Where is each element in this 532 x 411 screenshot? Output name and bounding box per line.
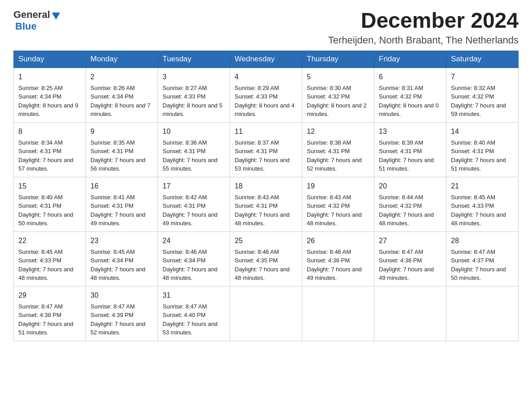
calendar-day-24: 24Sunrise: 8:46 AMSunset: 4:34 PMDayligh… <box>158 231 230 286</box>
calendar-day-4: 4Sunrise: 8:29 AMSunset: 4:33 PMDaylight… <box>230 68 302 123</box>
calendar-day-1: 1Sunrise: 8:25 AMSunset: 4:34 PMDaylight… <box>14 68 86 123</box>
header-wednesday: Wednesday <box>230 51 302 68</box>
page-header: General Blue December 2024 Terheijden, N… <box>13 9 519 46</box>
calendar-day-23: 23Sunrise: 8:45 AMSunset: 4:34 PMDayligh… <box>86 231 158 286</box>
header-thursday: Thursday <box>302 51 374 68</box>
month-year-title: December 2024 <box>328 9 519 33</box>
day-info: Sunrise: 8:40 AMSunset: 4:31 PMDaylight:… <box>451 139 506 172</box>
day-info: Sunrise: 8:39 AMSunset: 4:31 PMDaylight:… <box>379 139 434 172</box>
day-info: Sunrise: 8:32 AMSunset: 4:32 PMDaylight:… <box>451 85 506 118</box>
day-number: 20 <box>379 181 442 192</box>
calendar-day-18: 18Sunrise: 8:43 AMSunset: 4:31 PMDayligh… <box>230 177 302 231</box>
logo-blue-text: Blue <box>15 21 37 32</box>
calendar-day-28: 28Sunrise: 8:47 AMSunset: 4:37 PMDayligh… <box>446 231 519 286</box>
location-subtitle: Terheijden, North Brabant, The Netherlan… <box>328 34 519 46</box>
calendar-day-5: 5Sunrise: 8:30 AMSunset: 4:32 PMDaylight… <box>302 68 374 123</box>
calendar-day-22: 22Sunrise: 8:45 AMSunset: 4:33 PMDayligh… <box>14 231 86 286</box>
day-number: 27 <box>379 235 442 246</box>
day-info: Sunrise: 8:45 AMSunset: 4:33 PMDaylight:… <box>451 194 506 227</box>
day-info: Sunrise: 8:30 AMSunset: 4:32 PMDaylight:… <box>307 85 367 118</box>
calendar-day-30: 30Sunrise: 8:47 AMSunset: 4:39 PMDayligh… <box>86 286 158 341</box>
day-info: Sunrise: 8:43 AMSunset: 4:32 PMDaylight:… <box>307 194 362 227</box>
day-number: 4 <box>235 72 297 82</box>
day-info: Sunrise: 8:47 AMSunset: 4:37 PMDaylight:… <box>451 248 506 282</box>
calendar-day-19: 19Sunrise: 8:43 AMSunset: 4:32 PMDayligh… <box>302 177 374 231</box>
calendar-day-2: 2Sunrise: 8:26 AMSunset: 4:34 PMDaylight… <box>86 68 158 123</box>
day-info: Sunrise: 8:37 AMSunset: 4:31 PMDaylight:… <box>235 139 290 172</box>
calendar-day-31: 31Sunrise: 8:47 AMSunset: 4:40 PMDayligh… <box>158 286 230 341</box>
day-number: 15 <box>18 181 81 192</box>
day-info: Sunrise: 8:41 AMSunset: 4:31 PMDaylight:… <box>90 194 146 227</box>
calendar-day-21: 21Sunrise: 8:45 AMSunset: 4:33 PMDayligh… <box>446 177 519 231</box>
day-number: 30 <box>90 290 153 301</box>
calendar-day-empty <box>230 286 302 341</box>
day-info: Sunrise: 8:36 AMSunset: 4:31 PMDaylight:… <box>163 139 218 172</box>
calendar-header-row: SundayMondayTuesdayWednesdayThursdayFrid… <box>14 51 519 68</box>
calendar-day-10: 10Sunrise: 8:36 AMSunset: 4:31 PMDayligh… <box>158 122 230 177</box>
calendar-day-13: 13Sunrise: 8:39 AMSunset: 4:31 PMDayligh… <box>374 122 446 177</box>
calendar-day-empty <box>446 286 519 341</box>
calendar-day-8: 8Sunrise: 8:34 AMSunset: 4:31 PMDaylight… <box>14 122 86 177</box>
day-number: 16 <box>90 181 153 192</box>
calendar-day-26: 26Sunrise: 8:46 AMSunset: 4:36 PMDayligh… <box>302 231 374 286</box>
day-info: Sunrise: 8:47 AMSunset: 4:39 PMDaylight:… <box>90 303 146 336</box>
day-number: 28 <box>451 235 514 246</box>
day-info: Sunrise: 8:35 AMSunset: 4:31 PMDaylight:… <box>90 139 146 172</box>
calendar-day-empty <box>374 286 446 341</box>
logo-general-text: General <box>13 9 50 21</box>
calendar-day-14: 14Sunrise: 8:40 AMSunset: 4:31 PMDayligh… <box>446 122 519 177</box>
day-number: 29 <box>18 290 81 301</box>
day-info: Sunrise: 8:25 AMSunset: 4:34 PMDaylight:… <box>18 85 78 118</box>
calendar-week-1: 1Sunrise: 8:25 AMSunset: 4:34 PMDaylight… <box>14 68 519 123</box>
calendar-day-17: 17Sunrise: 8:42 AMSunset: 4:31 PMDayligh… <box>158 177 230 231</box>
day-number: 8 <box>18 126 81 137</box>
day-number: 1 <box>18 72 81 82</box>
logo: General Blue <box>13 9 60 32</box>
calendar-day-3: 3Sunrise: 8:27 AMSunset: 4:33 PMDaylight… <box>158 68 230 123</box>
day-info: Sunrise: 8:45 AMSunset: 4:34 PMDaylight:… <box>90 248 146 282</box>
calendar-week-5: 29Sunrise: 8:47 AMSunset: 4:38 PMDayligh… <box>14 286 519 341</box>
day-number: 2 <box>90 72 153 82</box>
calendar-day-6: 6Sunrise: 8:31 AMSunset: 4:32 PMDaylight… <box>374 68 446 123</box>
day-number: 11 <box>235 126 297 137</box>
day-number: 7 <box>451 72 514 82</box>
calendar-day-29: 29Sunrise: 8:47 AMSunset: 4:38 PMDayligh… <box>14 286 86 341</box>
day-number: 21 <box>451 181 514 192</box>
calendar-day-empty <box>302 286 374 341</box>
day-info: Sunrise: 8:45 AMSunset: 4:33 PMDaylight:… <box>18 248 73 282</box>
day-info: Sunrise: 8:46 AMSunset: 4:36 PMDaylight:… <box>307 248 362 282</box>
calendar-day-27: 27Sunrise: 8:47 AMSunset: 4:36 PMDayligh… <box>374 231 446 286</box>
day-number: 19 <box>307 181 369 192</box>
day-number: 9 <box>90 126 153 137</box>
day-info: Sunrise: 8:46 AMSunset: 4:34 PMDaylight:… <box>163 248 218 282</box>
day-info: Sunrise: 8:26 AMSunset: 4:34 PMDaylight:… <box>90 85 150 118</box>
day-info: Sunrise: 8:38 AMSunset: 4:31 PMDaylight:… <box>307 139 362 172</box>
calendar-week-2: 8Sunrise: 8:34 AMSunset: 4:31 PMDaylight… <box>14 122 519 177</box>
day-info: Sunrise: 8:46 AMSunset: 4:35 PMDaylight:… <box>235 248 290 282</box>
day-info: Sunrise: 8:43 AMSunset: 4:31 PMDaylight:… <box>235 194 290 227</box>
day-number: 5 <box>307 72 369 82</box>
header-sunday: Sunday <box>14 51 86 68</box>
calendar-day-16: 16Sunrise: 8:41 AMSunset: 4:31 PMDayligh… <box>86 177 158 231</box>
day-number: 17 <box>163 181 225 192</box>
calendar-day-25: 25Sunrise: 8:46 AMSunset: 4:35 PMDayligh… <box>230 231 302 286</box>
day-info: Sunrise: 8:44 AMSunset: 4:32 PMDaylight:… <box>379 194 434 227</box>
day-number: 3 <box>163 72 225 82</box>
calendar-day-20: 20Sunrise: 8:44 AMSunset: 4:32 PMDayligh… <box>374 177 446 231</box>
day-info: Sunrise: 8:47 AMSunset: 4:40 PMDaylight:… <box>163 303 218 336</box>
calendar-day-7: 7Sunrise: 8:32 AMSunset: 4:32 PMDaylight… <box>446 68 519 123</box>
calendar-week-4: 22Sunrise: 8:45 AMSunset: 4:33 PMDayligh… <box>14 231 519 286</box>
day-number: 31 <box>163 290 225 301</box>
calendar-day-9: 9Sunrise: 8:35 AMSunset: 4:31 PMDaylight… <box>86 122 158 177</box>
day-info: Sunrise: 8:42 AMSunset: 4:31 PMDaylight:… <box>163 194 218 227</box>
header-monday: Monday <box>86 51 158 68</box>
day-number: 6 <box>379 72 442 82</box>
day-info: Sunrise: 8:34 AMSunset: 4:31 PMDaylight:… <box>18 139 73 172</box>
day-number: 13 <box>379 126 442 137</box>
day-number: 14 <box>451 126 514 137</box>
day-info: Sunrise: 8:47 AMSunset: 4:38 PMDaylight:… <box>18 303 73 336</box>
day-info: Sunrise: 8:40 AMSunset: 4:31 PMDaylight:… <box>18 194 73 227</box>
day-number: 12 <box>307 126 369 137</box>
header-tuesday: Tuesday <box>158 51 230 68</box>
title-area: December 2024 Terheijden, North Brabant,… <box>328 9 519 46</box>
